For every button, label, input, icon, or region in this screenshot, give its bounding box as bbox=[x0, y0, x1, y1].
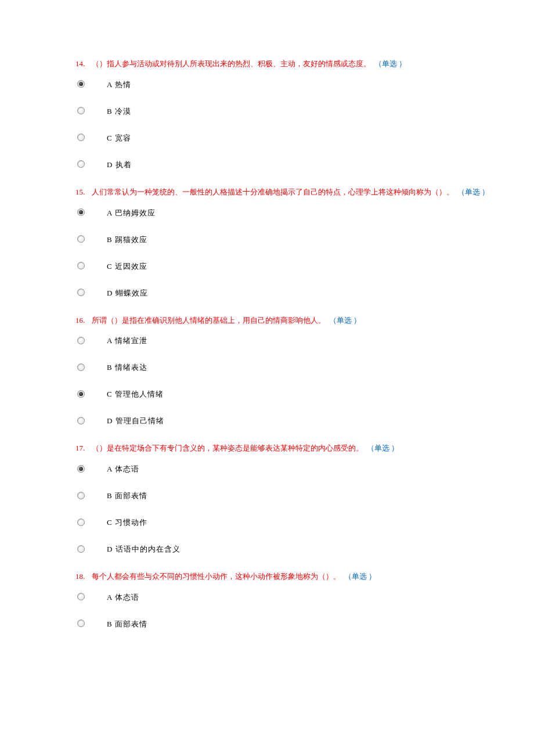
option-text: C 近因效应 bbox=[107, 261, 147, 272]
question-type-label: （单选 ） bbox=[374, 58, 406, 70]
option-row[interactable]: D 蝴蝶效应 bbox=[75, 288, 534, 298]
option-text: B 冷漠 bbox=[107, 106, 131, 117]
radio-button[interactable] bbox=[75, 132, 86, 143]
radio-unchecked-icon bbox=[77, 363, 85, 371]
radio-button[interactable] bbox=[75, 415, 86, 426]
question-header: 17.（）是在特定场合下有专门含义的，某种姿态是能够表达某种特定的内心感受的。（… bbox=[75, 442, 534, 455]
radio-unchecked-icon bbox=[77, 107, 85, 114]
radio-button[interactable] bbox=[75, 543, 86, 554]
option-row[interactable]: D 话语中的内在含义 bbox=[75, 544, 534, 555]
option-text: A 体态语 bbox=[107, 592, 139, 603]
option-row[interactable]: B 面部表情 bbox=[75, 619, 534, 629]
option-text: D 蝴蝶效应 bbox=[107, 288, 148, 298]
radio-button[interactable] bbox=[75, 335, 86, 345]
question-number: 17. bbox=[75, 442, 92, 455]
option-text: B 踢猫效应 bbox=[107, 235, 147, 245]
question-text: 每个人都会有些与众不同的习惯性小动作，这种小动作被形象地称为（）。 bbox=[92, 571, 341, 583]
question-number: 16. bbox=[75, 315, 92, 327]
radio-button[interactable] bbox=[75, 362, 86, 372]
question-number: 18. bbox=[75, 571, 92, 583]
option-text: A 情绪宣泄 bbox=[107, 336, 147, 346]
option-text: D 管理自己情绪 bbox=[107, 416, 164, 426]
radio-checked-icon bbox=[77, 465, 85, 473]
option-row[interactable]: B 情绪表达 bbox=[75, 362, 534, 373]
options-list: A 情绪宣泄B 情绪表达C 管理他人情绪D 管理自己情绪 bbox=[75, 336, 534, 426]
option-text: A 体态语 bbox=[107, 464, 139, 474]
radio-button[interactable] bbox=[75, 287, 86, 298]
question-text: （）指人参与活动或对待别人所表现出来的热烈、积极、主动，友好的情感或态度。 bbox=[92, 58, 371, 70]
option-text: B 面部表情 bbox=[107, 491, 147, 501]
question-header: 16.所谓（）是指在准确识别他人情绪的基础上，用自己的情商影响他人。（单选 ） bbox=[75, 315, 534, 327]
option-text: C 管理他人情绪 bbox=[107, 389, 164, 399]
option-row[interactable]: A 体态语 bbox=[75, 592, 534, 603]
question-number: 15. bbox=[75, 186, 92, 199]
radio-unchecked-icon bbox=[77, 593, 85, 600]
option-text: A 热情 bbox=[107, 80, 131, 90]
option-row[interactable]: D 管理自己情绪 bbox=[75, 416, 534, 426]
question: 18.每个人都会有些与众不同的习惯性小动作，这种小动作被形象地称为（）。（单选 … bbox=[75, 571, 534, 629]
option-row[interactable]: C 管理他人情绪 bbox=[75, 389, 534, 399]
option-row[interactable]: C 宽容 bbox=[75, 133, 534, 143]
radio-unchecked-icon bbox=[77, 289, 85, 296]
radio-button[interactable] bbox=[75, 388, 86, 399]
options-list: A 巴纳姆效应B 踢猫效应C 近因效应D 蝴蝶效应 bbox=[75, 208, 534, 298]
question-text: （）是在特定场合下有专门含义的，某种姿态是能够表达某种特定的内心感受的。 bbox=[92, 442, 363, 455]
radio-button[interactable] bbox=[75, 106, 86, 116]
radio-button[interactable] bbox=[75, 261, 86, 271]
radio-button[interactable] bbox=[75, 79, 86, 89]
radio-button[interactable] bbox=[75, 159, 86, 170]
radio-button[interactable] bbox=[75, 517, 86, 527]
option-row[interactable]: A 热情 bbox=[75, 80, 534, 90]
question-header: 14.（）指人参与活动或对待别人所表现出来的热烈、积极、主动，友好的情感或态度。… bbox=[75, 58, 534, 70]
radio-unchecked-icon bbox=[77, 519, 85, 526]
question: 17.（）是在特定场合下有专门含义的，某种姿态是能够表达某种特定的内心感受的。（… bbox=[75, 442, 534, 555]
question-type-label: （单选 ） bbox=[344, 571, 376, 583]
radio-unchecked-icon bbox=[77, 620, 85, 627]
option-row[interactable]: A 体态语 bbox=[75, 464, 534, 474]
option-row[interactable]: B 冷漠 bbox=[75, 106, 534, 117]
question-type-label: （单选 ） bbox=[367, 442, 399, 455]
option-row[interactable]: C 习惯动作 bbox=[75, 517, 534, 528]
radio-checked-icon bbox=[77, 208, 85, 216]
quiz-container: 14.（）指人参与活动或对待别人所表现出来的热烈、积极、主动，友好的情感或态度。… bbox=[75, 58, 534, 629]
options-list: A 体态语B 面部表情C 习惯动作D 话语中的内在含义 bbox=[75, 464, 534, 555]
option-text: B 情绪表达 bbox=[107, 362, 147, 373]
options-list: A 体态语B 面部表情 bbox=[75, 592, 534, 629]
radio-button[interactable] bbox=[75, 592, 86, 602]
radio-unchecked-icon bbox=[77, 545, 85, 553]
option-text: D 执着 bbox=[107, 160, 132, 170]
question-type-label: （单选 ） bbox=[329, 315, 361, 327]
radio-unchecked-icon bbox=[77, 337, 85, 344]
radio-button[interactable] bbox=[75, 618, 86, 629]
question: 15.人们常常认为一种笼统的、一般性的人格描述十分准确地揭示了自己的特点，心理学… bbox=[75, 186, 534, 298]
question-header: 18.每个人都会有些与众不同的习惯性小动作，这种小动作被形象地称为（）。（单选 … bbox=[75, 571, 534, 583]
radio-unchecked-icon bbox=[77, 417, 85, 424]
option-row[interactable]: A 巴纳姆效应 bbox=[75, 208, 534, 218]
radio-checked-icon bbox=[77, 80, 85, 88]
radio-unchecked-icon bbox=[77, 160, 85, 168]
options-list: A 热情B 冷漠C 宽容D 执着 bbox=[75, 80, 534, 170]
option-text: A 巴纳姆效应 bbox=[107, 208, 156, 218]
radio-button[interactable] bbox=[75, 463, 86, 474]
option-text: C 宽容 bbox=[107, 133, 131, 143]
option-row[interactable]: A 情绪宣泄 bbox=[75, 336, 534, 346]
option-text: C 习惯动作 bbox=[107, 517, 147, 528]
radio-button[interactable] bbox=[75, 234, 86, 244]
radio-unchecked-icon bbox=[77, 492, 85, 499]
radio-unchecked-icon bbox=[77, 134, 85, 141]
option-text: D 话语中的内在含义 bbox=[107, 544, 181, 555]
option-row[interactable]: B 面部表情 bbox=[75, 491, 534, 501]
question: 14.（）指人参与活动或对待别人所表现出来的热烈、积极、主动，友好的情感或态度。… bbox=[75, 58, 534, 170]
radio-button[interactable] bbox=[75, 490, 86, 501]
radio-button[interactable] bbox=[75, 207, 86, 218]
radio-checked-icon bbox=[77, 390, 85, 398]
option-row[interactable]: D 执着 bbox=[75, 160, 534, 170]
radio-unchecked-icon bbox=[77, 262, 85, 269]
question-text: 所谓（）是指在准确识别他人情绪的基础上，用自己的情商影响他人。 bbox=[92, 315, 326, 327]
radio-unchecked-icon bbox=[77, 235, 85, 243]
option-row[interactable]: C 近因效应 bbox=[75, 261, 534, 272]
option-text: B 面部表情 bbox=[107, 619, 147, 629]
question: 16.所谓（）是指在准确识别他人情绪的基础上，用自己的情商影响他人。（单选 ）A… bbox=[75, 315, 534, 427]
option-row[interactable]: B 踢猫效应 bbox=[75, 235, 534, 245]
question-text: 人们常常认为一种笼统的、一般性的人格描述十分准确地揭示了自己的特点，心理学上将这… bbox=[92, 186, 454, 199]
